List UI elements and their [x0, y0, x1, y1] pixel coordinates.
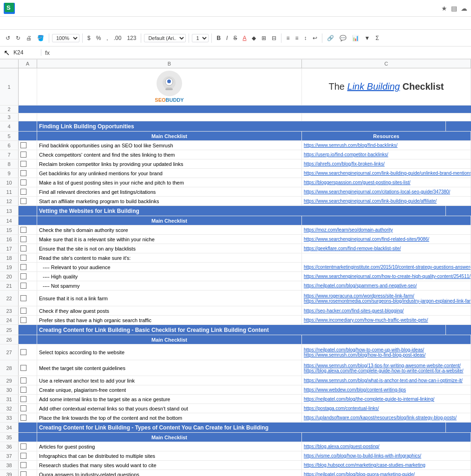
resource-link[interactable]: https://www.webdew.com/blog/content-writ… [304, 387, 406, 392]
resource-link[interactable]: https://userp.io/find-competitor-backlin… [304, 152, 388, 157]
link-button[interactable]: 🔗 [325, 34, 336, 42]
checkbox[interactable] [20, 245, 26, 251]
bold-button[interactable]: B [215, 34, 222, 42]
resource-link[interactable]: https://www.rosemontmedia.com/surgeons-b… [304, 298, 471, 304]
menu-format[interactable] [41, 22, 48, 24]
percent-button[interactable]: % [94, 34, 103, 42]
fontsize-select[interactable]: 101112 [192, 34, 209, 42]
checkbox[interactable] [20, 387, 26, 393]
resource-link[interactable]: https://neilpatel.com/blog/how-to-come-u… [304, 347, 424, 352]
checkbox[interactable] [20, 152, 26, 158]
checkbox[interactable] [20, 227, 26, 233]
resource-link[interactable]: https://www.rogeracuna.com/wordpress/sit… [304, 293, 414, 298]
resource-link[interactable]: https://uplandsoftware.com/kapost/resour… [304, 415, 457, 420]
checkbox[interactable] [20, 273, 26, 279]
resource-link[interactable]: https://postaga.com/contextual-links/ [304, 406, 379, 411]
fill-color-button[interactable]: ◆ [250, 34, 258, 42]
chart-button[interactable]: 📊 [350, 34, 361, 42]
resource-link[interactable]: https://ahrefs.com/blog/fix-broken-links… [304, 161, 385, 166]
functions-button[interactable]: Σ [373, 34, 380, 42]
checkbox[interactable] [20, 471, 26, 476]
checkbox[interactable] [20, 142, 26, 148]
undo-button[interactable]: ↺ [4, 34, 12, 42]
resource-link[interactable]: https://www.searchenginejournal.com/link… [304, 171, 471, 176]
currency-button[interactable]: $ [85, 34, 92, 42]
resource-link[interactable]: https://seo-hacker.com/find-sites-guest-… [304, 308, 404, 313]
resource-link[interactable]: https://www.semrush.com/blog/13-tips-for… [304, 363, 461, 368]
checkbox[interactable] [20, 295, 26, 301]
resource-link[interactable]: https://contentmarketinginstitute.com/20… [304, 264, 471, 270]
rotate-button[interactable]: ↕ [302, 34, 309, 42]
menu-edit[interactable] [13, 22, 20, 24]
decimal-inc-button[interactable]: 123 [125, 34, 138, 42]
checkbox[interactable] [20, 236, 26, 242]
checkbox[interactable] [20, 365, 26, 371]
strikethrough-button[interactable]: S [231, 34, 239, 42]
resource-link[interactable]: https://neilpatel.com/blog/blog-quora-ma… [304, 472, 415, 476]
checkbox[interactable] [20, 443, 26, 450]
menu-file[interactable] [4, 22, 11, 24]
checkbox[interactable] [20, 308, 26, 314]
menu-extensions[interactable] [69, 22, 76, 24]
resource-link[interactable]: https://blog.alexa.com/the-complete-guid… [304, 368, 464, 373]
resource-link[interactable]: https://www.searchenginejournal.com/cita… [304, 189, 450, 194]
checkbox[interactable] [20, 317, 26, 323]
resource-link[interactable]: https://www.semrush.com/blog/find-backli… [304, 143, 398, 148]
align-button[interactable]: ≡ [284, 34, 291, 42]
menu-tools[interactable] [59, 22, 67, 24]
cell-reference[interactable] [13, 49, 41, 56]
underline-button[interactable]: A [241, 34, 248, 42]
star-icon[interactable]: ★ [441, 5, 447, 12]
resource-link[interactable]: https://neilpatel.com/blog/the-complete-… [304, 397, 434, 402]
checkbox[interactable] [20, 189, 26, 195]
resource-link[interactable]: https://www.incomediary.com/how-much-tra… [304, 317, 428, 323]
checkbox[interactable] [20, 415, 26, 421]
checkbox[interactable] [20, 255, 26, 261]
print-button[interactable]: 🖨 [24, 34, 33, 42]
font-select[interactable]: Default (Ari...) [144, 34, 186, 42]
paint-format-button[interactable]: 🪣 [35, 34, 46, 42]
zoom-select[interactable]: 100%75%50% [52, 34, 79, 42]
resource-link[interactable]: https://www.searchenginejournal.com/how-… [304, 274, 471, 279]
checkbox[interactable] [20, 405, 26, 411]
borders-button[interactable]: ⊞ [260, 34, 268, 42]
comma-button[interactable]: , [105, 34, 110, 42]
checkbox[interactable] [20, 264, 26, 270]
resource-link[interactable]: https://blog.hubspot.com/marketing/case-… [304, 463, 425, 468]
resource-link[interactable]: https://www.searchenginejournal.com/link… [304, 198, 437, 204]
checkbox[interactable] [20, 283, 26, 289]
resource-link[interactable]: https://www.semrush.com/blog/what-is-anc… [304, 378, 463, 383]
menu-help[interactable] [78, 22, 85, 24]
checkbox[interactable] [20, 377, 26, 383]
checkbox[interactable] [20, 462, 26, 468]
italic-button[interactable]: I [224, 34, 229, 42]
resource-link[interactable]: https://geekflare.com/find-remove-blackl… [304, 246, 401, 251]
checkbox[interactable] [20, 161, 26, 167]
wrap-button[interactable]: ↩ [311, 34, 319, 42]
checkbox[interactable] [20, 453, 26, 459]
menu-data[interactable] [50, 22, 58, 24]
merge-button[interactable]: ⊟ [270, 34, 278, 42]
valign-button[interactable]: ≡ [293, 34, 300, 42]
checkbox[interactable] [20, 170, 26, 176]
checkbox[interactable] [20, 179, 26, 185]
decimal-dec-button[interactable]: .00 [112, 34, 124, 42]
filter-button[interactable]: ▼ [363, 34, 372, 42]
resource-link[interactable]: https://visme.co/blog/how-to-build-links… [304, 453, 421, 458]
resource-link[interactable]: https://www.semrush.com/blog/how-to-find… [304, 352, 425, 357]
resource-link[interactable]: https://neilpatel.com/blog/spammers-and-… [304, 283, 417, 288]
resource-link[interactable]: https://moz.com/learn/seo/domain-authori… [304, 227, 393, 232]
formula-fx[interactable]: fx [45, 49, 50, 56]
checkbox[interactable] [20, 198, 26, 204]
grid-icon[interactable]: ▤ [451, 5, 457, 12]
menu-insert[interactable] [32, 22, 39, 24]
cloud-icon[interactable]: ☁ [461, 5, 467, 12]
checkbox[interactable] [20, 349, 26, 355]
resource-link[interactable]: https://www.searchenginejournal.com/find… [304, 237, 429, 242]
checkbox[interactable] [20, 396, 26, 402]
redo-button[interactable]: ↻ [14, 34, 22, 42]
resource-link[interactable]: https://blog.alexa.com/guest-posting/ [304, 444, 379, 449]
resource-link[interactable]: https://bloggerspassion.com/guest-postin… [304, 180, 411, 185]
comment-button[interactable]: 💬 [338, 34, 348, 42]
menu-view[interactable] [22, 22, 30, 24]
